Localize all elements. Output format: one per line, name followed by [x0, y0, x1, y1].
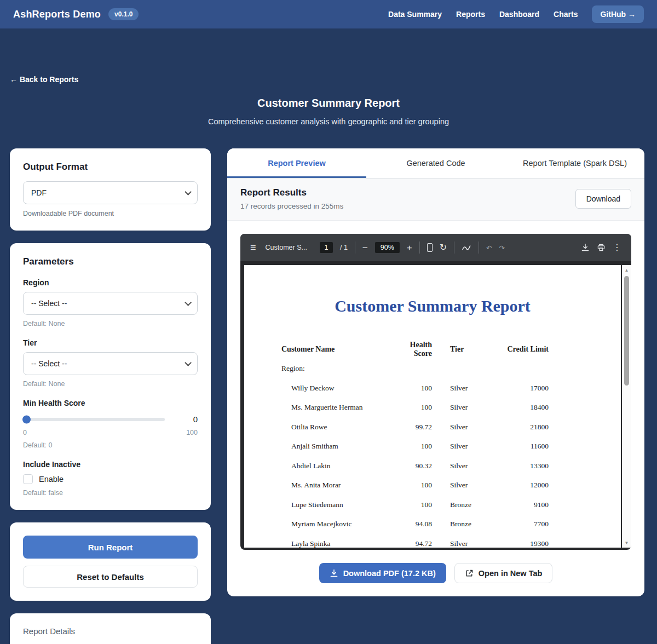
pdf-cell-tier: Silver: [432, 462, 503, 470]
zoom-out-icon[interactable]: −: [362, 243, 368, 252]
pdf-cell-credit: 11600: [503, 442, 549, 451]
report-results-subtitle: 17 records processed in 255ms: [240, 202, 343, 210]
download-arrow-icon: [330, 569, 338, 578]
run-report-button[interactable]: Run Report: [23, 536, 198, 559]
pdf-doc-title-label: Customer S...: [266, 244, 307, 251]
download-button[interactable]: Download: [575, 189, 631, 209]
download-pdf-label: Download PDF (17.2 KB): [343, 569, 436, 578]
pdf-table-row: Lupe Stiedemann100Bronze9100: [281, 495, 551, 515]
pdf-cell-score: 99.72: [396, 423, 432, 432]
report-results-text: Report Results 17 records processed in 2…: [240, 187, 343, 210]
pdf-cell-credit: 12000: [503, 481, 549, 490]
page-total-label: / 1: [340, 244, 348, 251]
kebab-menu-icon[interactable]: ⋮: [613, 243, 621, 252]
column-tier: Tier: [432, 345, 503, 354]
tab-report-template[interactable]: Report Template (Spark DSL): [505, 148, 644, 178]
min-health-score-default: Default: 0: [23, 441, 198, 449]
scrollbar-thumb[interactable]: [624, 276, 629, 386]
min-health-score-slider-row: 0: [23, 415, 198, 424]
reset-defaults-button[interactable]: Reset to Defaults: [23, 566, 198, 588]
region-default: Default: None: [23, 320, 198, 327]
version-badge: v0.1.0: [108, 8, 139, 20]
navbar: AshReports Demo v0.1.0 Data Summary Repo…: [0, 0, 657, 28]
pdf-table-row: Myriam Macejkovic94.08Bronze7700: [281, 515, 551, 534]
open-new-tab-label: Open in New Tab: [479, 569, 543, 578]
pdf-scrollbar[interactable]: ▲ ▼: [622, 265, 631, 548]
pdf-cell-credit: 17000: [503, 384, 549, 393]
output-format-selected-value: PDF: [31, 188, 47, 197]
rotate-icon[interactable]: ↻: [440, 243, 447, 252]
zoom-level-display: 90%: [375, 242, 400, 253]
zoom-in-icon[interactable]: +: [407, 243, 412, 252]
main-panel: Report Preview Generated Code Report Tem…: [227, 148, 644, 596]
column-credit-limit: Credit Limit: [503, 345, 549, 354]
pdf-cell-name: Otilia Rowe: [281, 423, 396, 432]
tier-default: Default: None: [23, 380, 198, 388]
pdf-cell-name: Ms. Marguerite Herman: [281, 403, 396, 412]
slider-max-label: 100: [186, 429, 198, 436]
scroll-down-icon[interactable]: ▼: [622, 538, 631, 547]
tier-select[interactable]: -- Select --: [23, 352, 198, 375]
hero-section: ← Back to Reports Customer Summary Repor…: [0, 28, 657, 126]
fit-page-icon[interactable]: [427, 243, 433, 252]
column-health-score: Health Score: [396, 341, 432, 358]
pdf-cell-tier: Silver: [432, 403, 503, 412]
pdf-cell-tier: Bronze: [432, 501, 503, 509]
print-icon[interactable]: [597, 243, 606, 252]
include-inactive-checkbox[interactable]: [23, 474, 33, 484]
pdf-cell-score: 94.72: [396, 539, 432, 548]
tier-selected-value: -- Select --: [31, 359, 67, 368]
pdf-table-row: Ms. Anita Morar100Silver12000: [281, 476, 551, 496]
download-icon[interactable]: [581, 243, 590, 252]
slider-thumb[interactable]: [22, 415, 31, 423]
output-format-help: Downloadable PDF document: [23, 210, 198, 217]
toolbar-divider: [355, 242, 355, 254]
redo-icon[interactable]: ↷: [499, 244, 505, 252]
pdf-cell-score: 100: [396, 481, 432, 490]
nav-link-charts[interactable]: Charts: [554, 10, 578, 19]
toolbar-divider: [454, 242, 454, 254]
content-area: Output Format PDF Downloadable PDF docum…: [0, 126, 657, 644]
output-format-title: Output Format: [23, 162, 198, 173]
tab-generated-code[interactable]: Generated Code: [366, 148, 505, 178]
tab-report-preview[interactable]: Report Preview: [227, 148, 366, 178]
pdf-section: ≡ Customer S... 1 / 1 − 90% + ↻: [227, 221, 644, 550]
annotate-icon[interactable]: [462, 243, 471, 252]
pdf-cell-score: 90.32: [396, 462, 432, 470]
pdf-cell-name: Myriam Macejkovic: [281, 520, 396, 528]
output-format-select[interactable]: PDF: [23, 181, 198, 204]
include-inactive-default: Default: false: [23, 489, 198, 497]
scroll-up-icon[interactable]: ▲: [622, 266, 631, 274]
pdf-cell-credit: 7700: [503, 520, 549, 528]
download-pdf-button[interactable]: Download PDF (17.2 KB): [319, 563, 446, 583]
slider-minmax: 0 100: [23, 429, 198, 436]
parameters-title: Parameters: [23, 256, 198, 267]
pdf-cell-credit: 19300: [503, 539, 549, 548]
pdf-cell-name: Lupe Stiedemann: [281, 501, 396, 509]
github-button[interactable]: GitHub →: [592, 5, 644, 23]
tier-label: Tier: [23, 338, 198, 347]
pdf-table-header: Customer Name Health Score Tier Credit L…: [281, 340, 551, 359]
nav-link-dashboard[interactable]: Dashboard: [499, 10, 539, 19]
back-to-reports-link[interactable]: ← Back to Reports: [10, 75, 78, 84]
nav-link-reports[interactable]: Reports: [456, 10, 485, 19]
menu-icon[interactable]: ≡: [250, 243, 256, 252]
page-title: Customer Summary Report: [10, 97, 647, 110]
undo-icon[interactable]: ↶: [486, 244, 492, 252]
min-health-score-label: Min Health Score: [23, 399, 198, 407]
min-health-score-slider[interactable]: [23, 418, 165, 421]
pdf-cell-credit: 13300: [503, 462, 549, 470]
pdf-cell-score: 94.08: [396, 520, 432, 528]
pdf-cell-name: Anjali Smitham: [281, 442, 396, 451]
pdf-footer-actions: Download PDF (17.2 KB) Open in New Tab: [227, 550, 644, 595]
open-new-tab-button[interactable]: Open in New Tab: [454, 563, 553, 583]
page-number-input[interactable]: 1: [320, 242, 333, 253]
output-format-card: Output Format PDF Downloadable PDF docum…: [10, 148, 211, 231]
pdf-cell-tier: Silver: [432, 539, 503, 548]
region-selected-value: -- Select --: [31, 299, 67, 308]
pdf-cell-tier: Silver: [432, 384, 503, 393]
nav-link-data-summary[interactable]: Data Summary: [388, 10, 442, 19]
region-select[interactable]: -- Select --: [23, 292, 198, 315]
pdf-cell-name: Ms. Anita Morar: [281, 481, 396, 490]
pdf-table-rows: Willy Deckow100Silver17000Ms. Marguerite…: [281, 378, 551, 548]
